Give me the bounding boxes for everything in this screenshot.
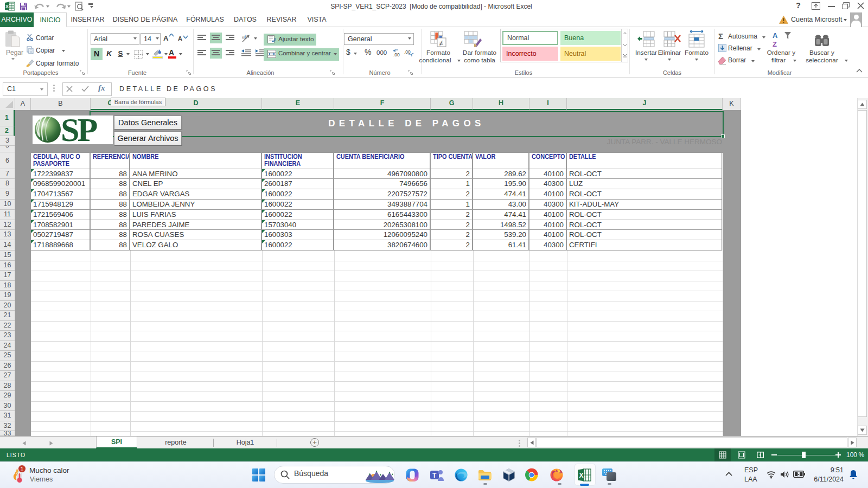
svg-text:.00: .00 <box>393 52 400 57</box>
svg-text:≠: ≠ <box>439 38 444 47</box>
svg-text:Z: Z <box>773 40 777 48</box>
svg-text:X: X <box>579 472 584 479</box>
svg-text:T: T <box>432 472 437 479</box>
svg-text:A: A <box>773 31 778 40</box>
svg-text:ab: ab <box>242 34 247 40</box>
svg-text:.00: .00 <box>404 49 411 55</box>
